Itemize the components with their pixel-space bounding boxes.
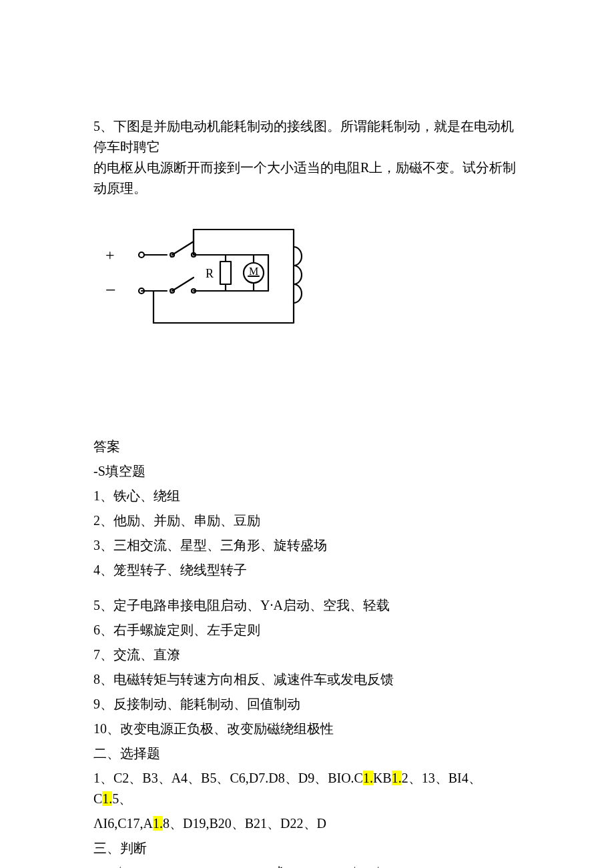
fill-title: -S填空题 — [93, 461, 521, 482]
question-5-text: 5、下图是并励电动机能耗制动的接线图。所谓能耗制动，就是在电动机停车时聘它 的电… — [93, 116, 521, 199]
choice-l2b: 8、D19,B20、B21、D22、D — [163, 816, 326, 831]
choice-hl4: 1. — [153, 816, 163, 831]
minus-label: − — [105, 280, 116, 300]
tf-n7: N7 — [240, 865, 256, 868]
choice-mid3: 5、 — [112, 791, 132, 806]
tf-b: 、 弋 — [256, 865, 286, 868]
document-page: 5、下图是并励电动机能耗制动的接线图。所谓能耗制动，就是在电动机停车时聘它 的电… — [0, 0, 614, 868]
q5-line2: 的电枢从电源断开而接到一个大小适当的电阻R上，励磁不变。试分析制动原理。 — [93, 157, 521, 199]
fill-2: 2、他励、并励、串励、豆励 — [93, 510, 521, 531]
q5-line1: 5、下图是并励电动机能耗制动的接线图。所谓能耗制动，就是在电动机停车时聘它 — [93, 116, 521, 157]
choice-hl1: 1. — [363, 771, 373, 785]
fill-7: 7、交流、直潦 — [93, 644, 521, 665]
fill-9: 9、反接制动、能耗制动、回值制动 — [93, 694, 521, 715]
fill-8: 8、电磁转矩与转速方向相反、减速件车或发电反馈 — [93, 669, 521, 690]
choice-pre1: 1、C2、B3、A4、B5、C6,D7.D8、D9、BIO.C — [93, 771, 363, 785]
svg-point-0 — [139, 252, 144, 258]
choice-l2a: ΛI6,C17,A — [93, 816, 153, 831]
choice-line1: 1、C2、B3、A4、B5、C6,D7.D8、D9、BIO.C1.KB1.2、1… — [93, 768, 521, 809]
choice-hl2: 1. — [392, 771, 402, 785]
choice-hl3: 1. — [102, 791, 112, 806]
resistor-label: R — [206, 267, 214, 280]
choice-line2: ΛI6,C17,A1.8、D19,B20、B21、D22、D — [93, 813, 521, 834]
answers-section: 答案 -S填空题 1、铁心、绕组 2、他励、并励、串励、豆励 3、三相交流、星型… — [93, 436, 521, 868]
fill-6: 6、右手螺旋定则、左手定则 — [93, 620, 521, 640]
tf-title: 三、判断 — [93, 838, 521, 859]
tf-8: 8 — [286, 865, 293, 868]
plus-label: + — [105, 246, 115, 264]
svg-rect-6 — [220, 262, 231, 284]
fill-1: 1、铁心、绕组 — [93, 486, 521, 506]
motor-label: M — [249, 266, 258, 277]
braking-circuit-svg: + − R M — [93, 216, 320, 336]
tf-line: 1、√2,x3、K4、45、76、N7、 弋8、×9,×10,√11.√ — [93, 863, 521, 868]
fill-10: 10、改变电源正负极、改变励磁绕组极性 — [93, 719, 521, 739]
tf-a: 1、√2,x3、K4、45、76、 — [93, 865, 240, 868]
answers-title: 答案 — [93, 436, 521, 457]
fill-5: 5、定子电路串接电阻启动、Y·A启动、空我、轻载 — [93, 595, 521, 616]
choice-mid1: KB — [373, 771, 392, 785]
tf-c: 、×9,×10,√11.√ — [293, 865, 379, 868]
fill-3: 3、三相交流、星型、三角形、旋转盛场 — [93, 535, 521, 556]
circuit-diagram: + − R M — [93, 216, 521, 336]
fill-4: 4、笼型转子、绕线型转子 — [93, 560, 521, 580]
choice-title: 二、选择题 — [93, 743, 521, 764]
